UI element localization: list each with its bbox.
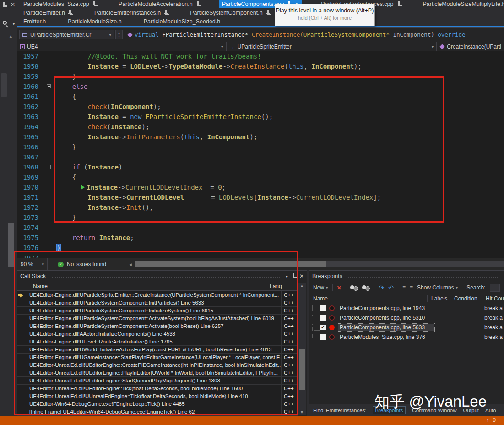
document-tab[interactable]: ParticleEmitterInstances.h xyxy=(92,9,171,17)
scroll-up-icon[interactable]: ▲ xyxy=(300,283,304,288)
breakpoint-checkbox[interactable] xyxy=(320,315,326,321)
document-tab[interactable]: ParticleModuleSizeMultiplyLife.h xyxy=(420,0,504,8)
breakpoint-row[interactable]: ParticleComponents.cpp, line 1943break a xyxy=(309,303,504,313)
close-icon[interactable]: ✕ xyxy=(11,1,15,8)
line-number[interactable]: 1957 xyxy=(17,51,45,61)
pin-icon[interactable] xyxy=(164,10,168,16)
show-columns-button[interactable]: Show Columns ▾ xyxy=(417,284,458,291)
pin-icon[interactable] xyxy=(68,10,72,16)
scrollbar-thumb[interactable] xyxy=(299,349,305,390)
document-tab[interactable]: ParticleEmitter.h xyxy=(21,9,75,17)
scope-spinner[interactable]: ▴ ▾ xyxy=(115,30,123,39)
import-breakpoints-icon[interactable]: ↶ xyxy=(388,285,394,290)
document-tab[interactable]: ParticleSystemComponent.h xyxy=(187,9,272,17)
panel-menu-icon[interactable]: ▾ xyxy=(286,274,288,279)
call-stack-row[interactable]: UE4Editor-UnrealEd.dll!UUnrealEdEngine::… xyxy=(17,392,298,400)
line-number[interactable]: 1965 xyxy=(17,132,45,142)
call-stack-row[interactable]: UE4Editor-Engine.dll!AActor::InitializeC… xyxy=(17,330,298,338)
scroll-down-icon[interactable]: ▼ xyxy=(300,410,304,414)
horizontal-scrollbar[interactable] xyxy=(135,261,504,267)
document-tab[interactable]: Emitter.h xyxy=(21,18,49,26)
breakpoint-row[interactable]: ParticleComponents.cpp, line 5633break a xyxy=(309,322,504,332)
document-tab[interactable]: ParticleModuleSize_Seeded.h xyxy=(141,18,223,26)
call-stack-scrollbar[interactable]: ▲ ▼ xyxy=(298,283,306,415)
line-number[interactable]: 1962 xyxy=(17,102,45,112)
line-number[interactable]: 1961 xyxy=(17,92,45,102)
hscroll-left-arrow[interactable]: ◄ xyxy=(128,262,133,267)
function-signature[interactable]: virtual FParticleEmitterInstance* Create… xyxy=(135,31,466,38)
pin-icon[interactable] xyxy=(266,10,270,16)
call-stack-row[interactable]: UE4Editor-Engine.dll!UParticleSystemComp… xyxy=(17,322,298,330)
call-stack-row[interactable]: UE4Editor-UnrealEd.dll!UEditorEngine::Cr… xyxy=(17,361,298,369)
toggle-all-breakpoints-icon[interactable] xyxy=(362,285,370,290)
call-stack-row[interactable]: UE4Editor-Engine.dll!UParticleSystemComp… xyxy=(17,299,298,307)
line-number[interactable]: 1960 xyxy=(17,82,45,92)
line-number[interactable]: 1959 xyxy=(17,71,45,82)
line-number[interactable]: 1974 xyxy=(17,223,45,233)
tool-window-tab[interactable]: Find 'EmitterInstances' xyxy=(313,408,366,413)
close-icon[interactable]: ✕ xyxy=(299,273,304,279)
breakpoint-checkbox[interactable] xyxy=(320,305,326,311)
line-number[interactable]: 1972 xyxy=(17,202,45,212)
pin-icon[interactable] xyxy=(2,2,6,7)
line-number[interactable]: 1967 xyxy=(17,152,45,162)
breakpoints-titlebar[interactable]: Breakpoints xyxy=(309,271,504,282)
line-number[interactable]: 1964 xyxy=(17,122,45,132)
call-stack-row[interactable]: [Inline Frame] UE4Editor-Win64-DebugGame… xyxy=(17,408,298,416)
tool-window-tab[interactable]: Auto xyxy=(485,408,496,413)
go-to-disassembly-icon[interactable]: ≡ xyxy=(410,284,413,291)
document-tab[interactable]: ParticleModuleSize.h xyxy=(65,18,124,26)
rail-scroll-up-icon[interactable]: ▲ xyxy=(9,34,13,38)
fold-collapse-icon[interactable] xyxy=(47,165,51,169)
breakpoint-row[interactable]: ParticleModules_Size.cpp, line 376break … xyxy=(309,332,504,342)
member-dropdown[interactable]: CreateInstance(UParti xyxy=(437,42,504,51)
issues-indicator[interactable]: ✓ No issues found xyxy=(58,261,106,267)
breakpoint-checkbox[interactable] xyxy=(320,334,326,340)
scope-dropdown[interactable]: UParticleSpriteEmitter.Cr ▾ xyxy=(19,30,114,39)
call-stack-row[interactable]: UE4Editor-Engine.dll!UGameInstance::Star… xyxy=(17,354,298,361)
project-dropdown[interactable]: UE4 ▾ xyxy=(17,42,227,51)
line-number[interactable]: 1963 xyxy=(17,112,45,122)
pin-icon[interactable] xyxy=(292,273,296,279)
call-stack-row[interactable]: UE4Editor-Engine.dll!UParticleSystemComp… xyxy=(17,315,298,322)
breakpoints-search-input[interactable] xyxy=(490,284,500,292)
collapsed-panel-handle[interactable] xyxy=(1,73,7,97)
call-stack-titlebar[interactable]: Call Stack ▾ ✕ xyxy=(17,271,307,282)
code-editor[interactable]: 1957 //@todo. This will NOT work for tra… xyxy=(17,51,504,258)
type-dropdown[interactable]: → UParticleSpriteEmitter ▾ xyxy=(227,42,437,51)
line-number[interactable]: 1958 xyxy=(17,61,45,71)
call-stack-row[interactable]: UE4Editor-UnrealEd.dll!UEditorEngine::Pl… xyxy=(17,369,298,377)
delete-all-breakpoints-icon[interactable] xyxy=(350,285,358,290)
breakpoint-row[interactable]: ParticleComponents.cpp, line 5310break a xyxy=(309,313,504,322)
line-number[interactable]: 1966 xyxy=(17,142,45,152)
delete-breakpoint-icon[interactable]: ✕ xyxy=(337,284,342,291)
rail-scrollbar-thumb[interactable] xyxy=(8,223,14,267)
line-number[interactable]: 1968 xyxy=(17,162,45,172)
line-number[interactable]: 1976 xyxy=(17,243,45,253)
fold-collapse-icon[interactable] xyxy=(47,84,51,88)
call-stack-row[interactable]: UE4Editor-Engine.dll!UParticleSpriteEmit… xyxy=(17,291,298,299)
call-stack-row[interactable]: UE4Editor-Engine.dll!ULevel::RouteActorI… xyxy=(17,338,298,346)
document-tab[interactable]: ParticleModules_Size.cpp xyxy=(21,0,99,8)
line-number[interactable]: 1969 xyxy=(17,172,45,182)
line-number[interactable]: 1977 xyxy=(17,253,45,258)
line-number[interactable]: 1973 xyxy=(17,212,45,223)
go-to-source-icon[interactable]: ≡ xyxy=(402,284,406,291)
zoom-level-dropdown[interactable]: 90 % ▾ xyxy=(17,258,48,270)
pin-icon[interactable] xyxy=(196,1,200,7)
document-tab[interactable]: ParticleModuleAcceleration.h xyxy=(116,0,203,8)
pin-icon[interactable] xyxy=(397,1,401,7)
breakpoint-checkbox[interactable] xyxy=(320,325,326,330)
new-breakpoint-button[interactable]: New ▾ xyxy=(313,284,328,291)
export-breakpoints-icon[interactable]: ↷ xyxy=(379,285,384,290)
line-number[interactable]: 1975 xyxy=(17,233,45,243)
line-number[interactable]: 1970 xyxy=(17,182,45,192)
call-stack-row[interactable]: UE4Editor-Win64-DebugGame.exe!FEngineLoo… xyxy=(17,400,298,408)
call-stack-row[interactable]: UE4Editor-Engine.dll!UWorld::InitializeA… xyxy=(17,346,298,354)
line-number[interactable]: 1971 xyxy=(17,192,45,202)
search-button[interactable]: ▾ xyxy=(3,20,15,28)
pin-icon[interactable] xyxy=(92,1,97,7)
horizontal-scrollbar-thumb[interactable] xyxy=(135,261,326,267)
call-stack-row[interactable]: UE4Editor-UnrealEd.dll!UEditorEngine::St… xyxy=(17,377,298,385)
call-stack-row[interactable]: UE4Editor-Engine.dll!UParticleSystemComp… xyxy=(17,307,298,315)
